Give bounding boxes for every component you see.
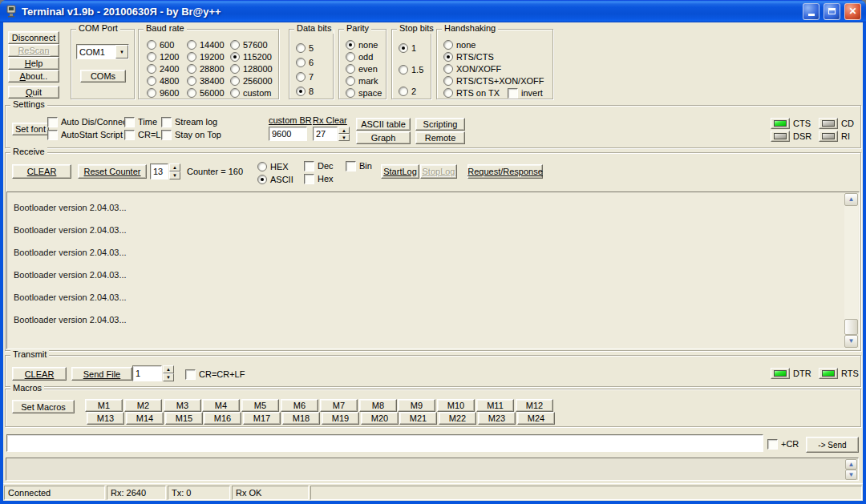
handshaking-none[interactable]: none bbox=[443, 39, 475, 50]
parity-odd[interactable]: odd bbox=[346, 51, 373, 62]
auto-disconnect-checkbox[interactable]: Auto Dis/Connect bbox=[47, 116, 130, 127]
bin-checkbox[interactable]: Bin bbox=[346, 160, 372, 171]
baud-option-1200[interactable]: 1200 bbox=[147, 51, 179, 62]
minimize-button[interactable] bbox=[803, 3, 819, 20]
spinner-value[interactable]: 27 bbox=[313, 127, 338, 141]
transmit-scrollbar[interactable]: ▲ ▼ bbox=[845, 459, 857, 479]
coms-button[interactable]: COMs bbox=[80, 70, 126, 83]
baud-option-128000[interactable]: 128000 bbox=[230, 63, 273, 75]
baud-option-custom[interactable]: custom bbox=[230, 87, 271, 99]
parity-none[interactable]: none bbox=[346, 39, 378, 50]
data-bits-6[interactable]: 6 bbox=[296, 57, 314, 68]
stream-log-checkbox[interactable]: Stream log bbox=[161, 116, 217, 127]
send-input[interactable] bbox=[6, 434, 763, 452]
time-checkbox[interactable]: Time bbox=[124, 116, 157, 127]
hex-mode-radio[interactable]: HEX bbox=[257, 161, 289, 172]
spinner-value[interactable]: 1 bbox=[132, 365, 162, 381]
baud-option-19200[interactable]: 19200 bbox=[187, 51, 225, 62]
disconnect-button[interactable]: Disconnect bbox=[8, 31, 59, 44]
set-macros-button[interactable]: Set Macros bbox=[12, 400, 75, 413]
titlebar[interactable]: Terminal v1.9b - 20100630Я - by Br@y++ ✕ bbox=[0, 0, 866, 22]
macro-button-m10[interactable]: M10 bbox=[437, 399, 475, 412]
scroll-down-icon[interactable]: ▼ bbox=[845, 470, 857, 480]
macro-button-m1[interactable]: M1 bbox=[85, 399, 123, 412]
macro-button-m18[interactable]: M18 bbox=[282, 412, 320, 425]
macro-button-m17[interactable]: M17 bbox=[243, 412, 281, 425]
app-icon[interactable] bbox=[5, 5, 18, 18]
macro-button-m7[interactable]: M7 bbox=[320, 399, 358, 412]
rx-clear-spinner[interactable]: 27 ▲▼ bbox=[313, 127, 350, 141]
data-bits-5[interactable]: 5 bbox=[296, 42, 314, 54]
macro-button-m13[interactable]: M13 bbox=[87, 412, 124, 425]
baud-option-600[interactable]: 600 bbox=[147, 39, 174, 50]
spin-up-icon[interactable]: ▲ bbox=[163, 365, 174, 373]
macro-button-m20[interactable]: M20 bbox=[361, 412, 399, 425]
baud-option-9600[interactable]: 9600 bbox=[147, 87, 179, 99]
baud-option-115200[interactable]: 115200 bbox=[230, 51, 272, 62]
macro-button-m22[interactable]: M22 bbox=[439, 412, 476, 425]
ascii-mode-radio[interactable]: ASCII bbox=[257, 174, 293, 185]
scroll-track[interactable] bbox=[844, 206, 858, 335]
scroll-up-icon[interactable]: ▲ bbox=[845, 459, 857, 470]
macro-button-m8[interactable]: M8 bbox=[359, 399, 397, 412]
scripting-button[interactable]: Scripting bbox=[415, 118, 465, 131]
chevron-down-icon[interactable]: ▼ bbox=[115, 45, 128, 58]
request-response-button[interactable]: Request/Response bbox=[467, 164, 543, 179]
autostart-script-checkbox[interactable]: AutoStart Script bbox=[47, 129, 123, 140]
baud-option-2400[interactable]: 2400 bbox=[147, 63, 179, 75]
cr-lf-checkbox[interactable]: CR=LF bbox=[124, 129, 166, 140]
com-port-select[interactable]: COM1 ▼ bbox=[76, 44, 129, 59]
macro-button-m4[interactable]: M4 bbox=[202, 399, 240, 412]
baud-option-14400[interactable]: 14400 bbox=[187, 39, 225, 50]
stop-bits-2[interactable]: 2 bbox=[399, 86, 416, 97]
hex-checkbox[interactable]: Hex bbox=[304, 173, 334, 184]
baud-option-57600[interactable]: 57600 bbox=[230, 39, 268, 50]
macro-button-m23[interactable]: M23 bbox=[478, 412, 516, 425]
baud-option-4800[interactable]: 4800 bbox=[147, 75, 179, 87]
spinner-value[interactable]: 13 bbox=[150, 163, 168, 179]
handshaking-rts-on-tx[interactable]: RTS on TX invert bbox=[443, 87, 543, 99]
macro-button-m3[interactable]: M3 bbox=[164, 399, 201, 412]
invert-checkbox[interactable] bbox=[508, 88, 518, 99]
macro-button-m12[interactable]: M12 bbox=[516, 399, 553, 412]
stop-bits-1-5[interactable]: 1.5 bbox=[399, 64, 423, 75]
scroll-down-icon[interactable]: ▼ bbox=[844, 335, 858, 348]
reset-counter-button[interactable]: Reset Counter bbox=[78, 164, 147, 179]
graph-button[interactable]: Graph bbox=[356, 131, 411, 144]
plus-cr-checkbox[interactable]: +CR bbox=[767, 438, 799, 450]
macro-button-m6[interactable]: M6 bbox=[281, 399, 318, 412]
macro-button-m14[interactable]: M14 bbox=[126, 412, 164, 425]
stop-bits-1[interactable]: 1 bbox=[399, 42, 416, 54]
macro-button-m21[interactable]: M21 bbox=[399, 412, 437, 425]
data-bits-8[interactable]: 8 bbox=[296, 86, 314, 97]
spin-down-icon[interactable]: ▼ bbox=[169, 171, 180, 179]
help-button[interactable]: Help bbox=[8, 57, 59, 70]
macro-button-m24[interactable]: M24 bbox=[517, 412, 555, 425]
dec-checkbox[interactable]: Dec bbox=[304, 160, 334, 171]
handshaking-xonxoff[interactable]: XON/XOFF bbox=[443, 63, 501, 75]
start-log-button[interactable]: StartLog bbox=[381, 164, 419, 179]
about-button[interactable]: About.. bbox=[8, 70, 59, 83]
macro-button-m19[interactable]: M19 bbox=[322, 412, 359, 425]
baud-option-256000[interactable]: 256000 bbox=[230, 75, 273, 87]
macro-button-m11[interactable]: M11 bbox=[476, 399, 514, 412]
parity-mark[interactable]: mark bbox=[346, 75, 378, 87]
transmit-edit-area[interactable]: ▲ ▼ bbox=[6, 458, 859, 481]
receive-scrollbar[interactable]: ▲ ▼ bbox=[844, 193, 858, 348]
handshaking-rtscts[interactable]: RTS/CTS bbox=[443, 51, 494, 62]
ascii-table-button[interactable]: ASCII table bbox=[356, 118, 411, 131]
receive-clear-button[interactable]: CLEAR bbox=[12, 164, 71, 179]
parity-even[interactable]: even bbox=[346, 63, 378, 75]
send-file-button[interactable]: Send File bbox=[71, 367, 132, 381]
handshaking-both[interactable]: RTS/CTS+XON/XOFF bbox=[443, 75, 544, 87]
set-font-button[interactable]: Set font bbox=[12, 123, 49, 135]
maximize-button[interactable] bbox=[824, 3, 840, 20]
baud-option-28800[interactable]: 28800 bbox=[187, 63, 225, 75]
baud-option-38400[interactable]: 38400 bbox=[187, 75, 225, 87]
macro-button-m5[interactable]: M5 bbox=[241, 399, 279, 412]
parity-space[interactable]: space bbox=[346, 87, 382, 99]
macro-button-m2[interactable]: M2 bbox=[124, 399, 162, 412]
spin-down-icon[interactable]: ▼ bbox=[338, 134, 350, 141]
cr-crlf-checkbox[interactable]: CR=CR+LF bbox=[185, 369, 245, 380]
rx-lines-spinner[interactable]: 13 ▲▼ bbox=[150, 163, 180, 179]
